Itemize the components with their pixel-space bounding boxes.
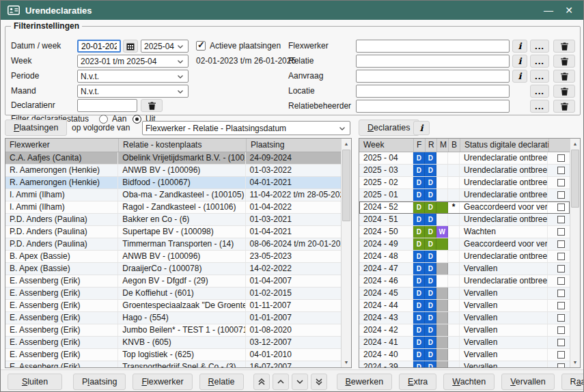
placement-row[interactable]: E. Assenberg (Erik)De Koffiehut - (601)0… [5,288,341,300]
first-record-button[interactable] [253,374,270,390]
clear-button[interactable] [553,100,575,113]
clear-button[interactable] [553,55,575,68]
week-range-select[interactable]: 2023-01 t/m 2025-04 [77,55,189,68]
declaration-row[interactable]: 2024 - 52DD*Geaccordeerd voor verw... [359,201,570,214]
scroll-down-icon[interactable]: ▼ [342,357,351,367]
active-placements-checkbox[interactable] [196,41,206,51]
declaration-row[interactable]: 2024 - 49DDGeaccordeerd voor verw... [359,238,570,251]
extra-button[interactable]: Extra [399,374,436,390]
scrollbar-thumb[interactable] [571,150,579,208]
placement-row[interactable]: R. Aamerongen (Henkie)Bidfood - (100067)… [5,177,341,189]
more-button[interactable]: ... [530,85,549,98]
row-checkbox[interactable] [557,167,565,174]
maand-select[interactable]: N.v.t. [77,85,189,98]
row-checkbox[interactable] [557,326,565,334]
scroll-up-icon[interactable]: ▲ [342,139,351,149]
declaration-row[interactable]: 2024 - 41DDVervallen [359,337,570,349]
lookup-input-relatiebeheerder[interactable] [356,100,510,113]
more-button[interactable]: ... [530,40,549,53]
declaratienr-clear-button[interactable] [141,99,163,112]
sluiten-button[interactable]: Sluiten [8,374,62,390]
declaration-row[interactable]: 2024 - 48DDUrendeclaratie ontbreekt [359,251,570,263]
row-checkbox[interactable] [557,265,565,272]
declaration-row[interactable]: 2024 - 50DDWWachten [359,226,570,238]
clear-button[interactable] [553,85,575,98]
row-checkbox[interactable] [557,191,565,199]
periode-select[interactable]: N.v.t. [77,70,189,83]
declaration-row[interactable]: 2024 - 44DDVervallen [359,300,570,312]
declaration-row[interactable]: 2024 - 45DDVervallen [359,288,570,300]
scroll-down-icon[interactable]: ▼ [570,357,580,367]
row-checkbox[interactable] [557,154,565,162]
row-checkbox[interactable] [557,253,565,260]
plaatsingen-button[interactable]: Plaatsingen [5,120,67,136]
placement-row[interactable]: E. Assenberg (Erik)Transportbedrijf Snel… [5,361,341,367]
close-button[interactable]: ✕ [559,2,579,18]
info-button[interactable]: i [512,70,527,83]
previous-record-button[interactable] [273,374,289,390]
next-record-button[interactable] [292,374,308,390]
placement-row[interactable]: E. Assenberg (Erik)Top logistiek - (625)… [5,349,341,361]
placement-row[interactable]: P.D. Anders (Paulina)Bakker en Co - (6)0… [5,214,341,226]
lookup-input-locatie[interactable] [356,85,510,98]
more-button[interactable]: ... [530,55,549,68]
row-checkbox[interactable] [557,179,565,186]
scrollbar-thumb[interactable] [342,150,350,221]
declaration-row[interactable]: 2024 - 43DDVervallen [359,312,570,324]
week-select[interactable]: 2025-04 [141,40,189,53]
placement-row[interactable]: R. Aamerongen (Henkie)ANWB BV - (100096)… [5,165,341,177]
title-bar[interactable]: Urendeclaraties — ✕ [1,1,583,20]
placement-row[interactable]: P.D. Anders (Paulina)Supertape BV - (100… [5,226,341,238]
row-checkbox[interactable] [557,216,565,223]
declaration-row[interactable]: 2024 - 46DDUrendeclaratie ontbreekt [359,275,570,288]
flexwerker-button[interactable]: Flexwerker [133,374,192,390]
minimize-button[interactable]: — [538,2,559,18]
wachten-button[interactable]: Wachten [443,374,495,390]
row-checkbox[interactable] [557,240,565,248]
declaration-row[interactable]: 2024 - 47DDVervallen [359,263,570,275]
declaration-row[interactable]: 2025 - 03DDUrendeclaratie ontbreekt [359,165,570,177]
declaration-row[interactable]: 2025 - 02DDUrendeclaratie ontbreekt [359,177,570,189]
declaraties-button[interactable]: Declaraties [359,120,419,136]
clear-button[interactable] [553,40,575,53]
lookup-input-flexwerker[interactable] [356,40,510,53]
clear-button[interactable] [553,70,575,83]
row-checkbox[interactable] [557,277,565,285]
declaratienr-input[interactable] [77,99,137,112]
declaration-row[interactable]: 2024 - 51DDUrendeclaratie ontbreekt [359,214,570,226]
placement-row[interactable]: B. Apex (Bassie)ANWB BV - (100096)23-05-… [5,251,341,263]
placement-row[interactable]: E. Assenberg (Erik)Groentespeciaalzaak "… [5,300,341,312]
placement-row[interactable]: C.A. Aafjes (Canita)Obelink Vrijetijdsma… [5,152,341,165]
declaration-row[interactable]: 2024 - 40DDVervallen [359,349,570,361]
row-checkbox[interactable] [557,363,565,367]
row-checkbox[interactable] [557,302,565,309]
relatie-button[interactable]: Relatie [199,374,244,390]
row-checkbox[interactable] [557,228,565,236]
status-filter-radio-uit[interactable] [133,115,141,124]
placement-row[interactable]: P.D. Anders (Paulina)Timmerman Transport… [5,238,341,251]
placement-row[interactable]: E. Assenberg (Erik)Aegon BV - Dfgdf - (2… [5,275,341,288]
more-button[interactable]: ... [530,100,549,113]
declaration-row[interactable]: 2024 - 39DDVervallen [359,361,570,367]
declaration-row[interactable]: 2025 - 04DDUrendeclaratie ontbreekt [359,152,570,165]
placement-row[interactable]: B. Apex (Bassie)DraaijerCo - (100078)14-… [5,263,341,275]
last-record-button[interactable] [311,374,327,390]
placements-scrollbar[interactable]: ▲ ▼ [341,139,351,367]
placement-row[interactable]: E. Assenberg (Erik)Jumbo Beilen* - TEST … [5,324,341,337]
row-checkbox[interactable] [557,339,565,346]
lookup-input-relatie[interactable] [356,55,510,68]
raadplegen-button[interactable]: Raadplegen [561,374,584,390]
placement-row[interactable]: E. Assenberg (Erik)Hago - (554)01-01-200… [5,312,341,324]
bewerken-button[interactable]: Bewerken [337,374,393,390]
date-input[interactable] [77,40,121,53]
declaration-row[interactable]: 2024 - 42DDVervallen [359,324,570,337]
declaration-row[interactable]: 2025 - 01DDUrendeclaratie ontbreekt [359,189,570,201]
info-button[interactable]: i [512,55,527,68]
placement-row[interactable]: I. Ammi (Ilham)Oba-ma - Zandkasteel - (1… [5,189,341,201]
order-by-select[interactable]: Flexwerker - Relatie - Plaatsingsdatum [142,121,350,135]
placement-row[interactable]: E. Assenberg (Erik)KNVB - (605)03-12-200… [5,337,341,349]
plaatsing-button[interactable]: Plaatsing [73,374,126,390]
lookup-input-aanvraag[interactable] [356,70,510,83]
scroll-up-icon[interactable]: ▲ [570,139,580,149]
row-checkbox[interactable] [557,290,565,297]
